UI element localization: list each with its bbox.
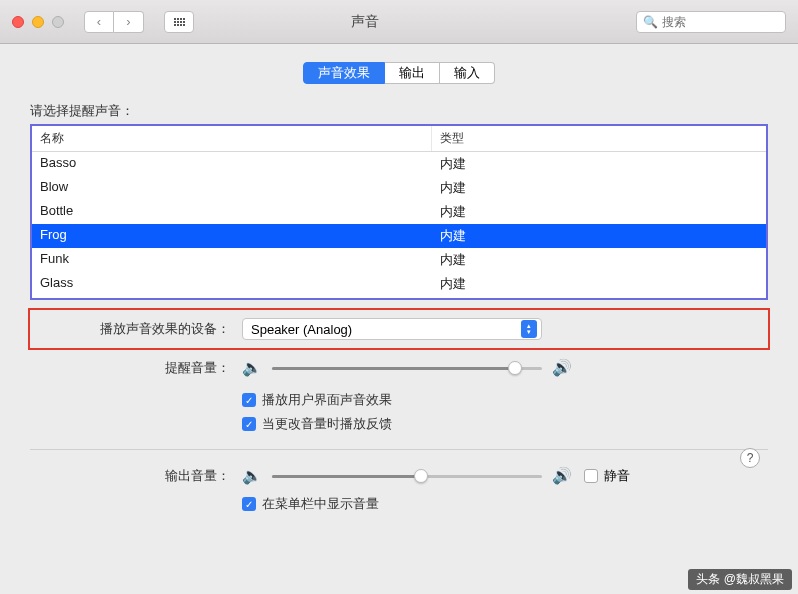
tab-output[interactable]: 输出 xyxy=(385,62,440,84)
help-button[interactable]: ? xyxy=(740,448,760,468)
device-label: 播放声音效果的设备： xyxy=(70,320,230,338)
checkbox-empty-icon xyxy=(584,469,598,483)
window-title: 声音 xyxy=(114,13,616,31)
alert-sound-prompt: 请选择提醒声音： xyxy=(30,102,768,120)
output-volume-slider[interactable] xyxy=(272,467,542,485)
chevron-updown-icon: ▴▾ xyxy=(521,320,537,338)
close-button[interactable] xyxy=(12,16,24,28)
search-field[interactable]: 🔍 xyxy=(636,11,786,33)
sound-type: 内建 xyxy=(432,152,474,176)
device-section-highlight: 播放声音效果的设备： Speaker (Analog) ▴▾ xyxy=(28,308,770,350)
table-row[interactable]: Funk内建 xyxy=(32,248,766,272)
search-icon: 🔍 xyxy=(643,15,658,29)
sound-name: Frog xyxy=(32,224,432,248)
zoom-button[interactable] xyxy=(52,16,64,28)
output-volume-label: 输出音量： xyxy=(70,467,230,485)
speaker-low-icon: 🔈 xyxy=(242,358,262,377)
checkbox-menubar-volume[interactable]: ✓ 在菜单栏中显示音量 xyxy=(242,495,768,513)
sound-name: Blow xyxy=(32,176,432,200)
checkbox-ui-sound-label: 播放用户界面声音效果 xyxy=(262,391,392,409)
table-row[interactable]: Blow内建 xyxy=(32,176,766,200)
checkmark-icon: ✓ xyxy=(242,497,256,511)
sound-type: 内建 xyxy=(432,224,474,248)
mute-checkbox[interactable]: 静音 xyxy=(584,467,630,485)
checkmark-icon: ✓ xyxy=(242,417,256,431)
sound-name: Bottle xyxy=(32,200,432,224)
divider xyxy=(30,449,768,450)
sound-name: Glass xyxy=(32,272,432,296)
table-row[interactable]: Glass内建 xyxy=(32,272,766,296)
tabs: 声音效果 输出 输入 xyxy=(30,62,768,84)
checkbox-menubar-label: 在菜单栏中显示音量 xyxy=(262,495,379,513)
window-controls xyxy=(12,16,64,28)
alert-sound-list[interactable]: 名称 类型 Basso内建Blow内建Bottle内建Frog内建Funk内建G… xyxy=(30,124,768,300)
tab-input[interactable]: 输入 xyxy=(440,62,495,84)
speaker-low-icon: 🔈 xyxy=(242,466,262,485)
checkbox-volume-feedback-label: 当更改音量时播放反馈 xyxy=(262,415,392,433)
back-button[interactable]: ‹ xyxy=(84,11,114,33)
tab-sound-effects[interactable]: 声音效果 xyxy=(303,62,385,84)
titlebar: ‹ › 声音 🔍 xyxy=(0,0,798,44)
sound-name: Funk xyxy=(32,248,432,272)
attribution-watermark: 头条 @魏叔黑果 xyxy=(688,569,792,590)
speaker-high-icon: 🔊 xyxy=(552,358,572,377)
device-select[interactable]: Speaker (Analog) ▴▾ xyxy=(242,318,542,340)
checkmark-icon: ✓ xyxy=(242,393,256,407)
table-row[interactable]: Frog内建 xyxy=(32,224,766,248)
minimize-button[interactable] xyxy=(32,16,44,28)
list-header: 名称 类型 xyxy=(32,126,766,152)
sound-type: 内建 xyxy=(432,272,474,296)
mute-label: 静音 xyxy=(604,467,630,485)
col-type[interactable]: 类型 xyxy=(432,126,766,151)
search-input[interactable] xyxy=(662,15,779,29)
alert-volume-slider[interactable] xyxy=(272,359,542,377)
table-row[interactable]: Basso内建 xyxy=(32,152,766,176)
sound-type: 内建 xyxy=(432,176,474,200)
checkbox-volume-feedback[interactable]: ✓ 当更改音量时播放反馈 xyxy=(242,415,768,433)
speaker-high-icon: 🔊 xyxy=(552,466,572,485)
alert-volume-label: 提醒音量： xyxy=(70,359,230,377)
col-name[interactable]: 名称 xyxy=(32,126,432,151)
table-row[interactable]: Bottle内建 xyxy=(32,200,766,224)
sound-type: 内建 xyxy=(432,200,474,224)
device-value: Speaker (Analog) xyxy=(251,322,352,337)
sound-type: 内建 xyxy=(432,248,474,272)
sound-name: Basso xyxy=(32,152,432,176)
checkbox-ui-sound[interactable]: ✓ 播放用户界面声音效果 xyxy=(242,391,768,409)
